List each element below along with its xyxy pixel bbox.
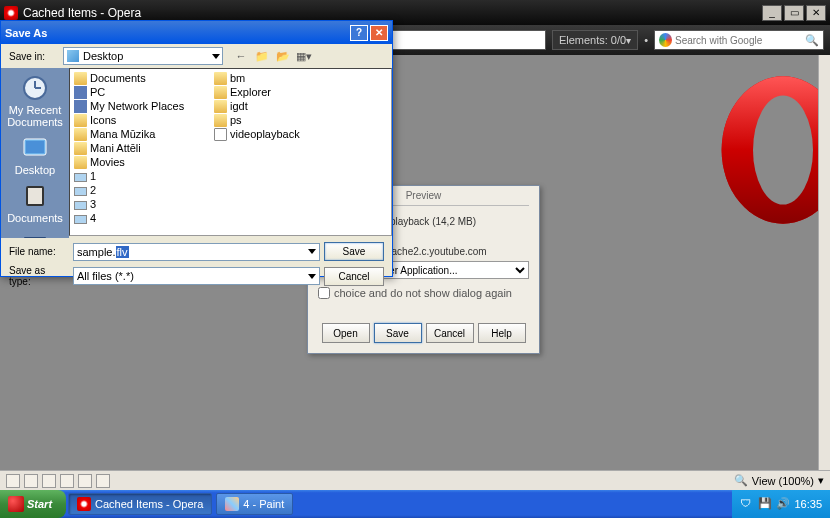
file-item[interactable]: 3 [72, 197, 212, 211]
status-icon[interactable] [24, 474, 38, 488]
status-icon[interactable] [42, 474, 56, 488]
file-item[interactable]: videoplayback [212, 127, 352, 141]
file-item[interactable]: Explorer [212, 85, 352, 99]
file-name: Mana Mūzika [90, 128, 155, 140]
saveastype-combo[interactable]: All files (*.*) [73, 267, 320, 285]
saveas-titlebar[interactable]: Save As ? ✕ [1, 21, 392, 44]
back-icon[interactable]: ← [233, 48, 249, 64]
minimize-button[interactable]: _ [762, 5, 782, 21]
opera-statusbar: 🔍 View (100%) ▾ [0, 470, 830, 490]
file-name: 4 [90, 212, 96, 224]
drive-icon [74, 173, 87, 182]
file-name: Movies [90, 156, 125, 168]
place-recent[interactable]: My Recent Documents [5, 72, 65, 130]
newfolder-icon[interactable]: 📂 [275, 48, 291, 64]
close-button[interactable]: ✕ [370, 25, 388, 41]
file-item[interactable]: Icons [72, 113, 212, 127]
status-icon[interactable] [78, 474, 92, 488]
file-item[interactable]: 2 [72, 183, 212, 197]
savein-combo[interactable]: Desktop [63, 47, 223, 65]
svg-rect-9 [28, 188, 42, 204]
opera-icon [77, 497, 91, 511]
cancel-button[interactable]: Cancel [426, 323, 474, 343]
cancel-button[interactable]: Cancel [324, 267, 384, 286]
file-item[interactable]: Mana Mūzika [72, 127, 212, 141]
save-button[interactable]: Save [374, 323, 422, 343]
opera-icon [4, 6, 18, 20]
file-item[interactable]: 4 [72, 211, 212, 225]
up-icon[interactable]: 📁 [254, 48, 270, 64]
file-name: bm [230, 72, 245, 84]
file-list[interactable]: DocumentsPCMy Network PlacesIconsMana Mū… [69, 68, 392, 236]
close-button[interactable]: ✕ [806, 5, 826, 21]
opera-logo [713, 75, 818, 225]
file-item[interactable]: igdt [212, 99, 352, 113]
filename-input[interactable]: sample.flv [73, 243, 320, 261]
file-name: igdt [230, 100, 248, 112]
clock[interactable]: 16:35 [794, 498, 822, 510]
chevron-down-icon[interactable] [308, 249, 316, 254]
file-item[interactable]: Mani Attēli [72, 141, 212, 155]
place-pc[interactable]: PC [5, 228, 65, 238]
folder-icon [74, 114, 87, 127]
folder-icon [74, 156, 87, 169]
file-item[interactable]: ps [212, 113, 352, 127]
file-item[interactable]: PC [72, 85, 212, 99]
volume-icon[interactable]: 🔊 [776, 497, 790, 511]
file-item[interactable]: My Network Places [72, 99, 212, 113]
tray-icon[interactable]: 🛡 [740, 497, 754, 511]
file-name: PC [90, 86, 105, 98]
saveastype-label: Save as type: [9, 265, 69, 287]
search-input[interactable] [675, 35, 802, 46]
taskbar-item-opera[interactable]: Cached Items - Opera [68, 493, 212, 515]
separator-icon: • [644, 34, 648, 46]
file-name: Mani Attēli [90, 142, 141, 154]
file-name: 3 [90, 198, 96, 210]
maximize-button[interactable]: ▭ [784, 5, 804, 21]
svg-rect-7 [26, 141, 44, 153]
file-name: 1 [90, 170, 96, 182]
status-icon[interactable] [96, 474, 110, 488]
zoom-dropdown-icon[interactable]: ▾ [818, 474, 824, 487]
open-button[interactable]: Open [322, 323, 370, 343]
zoom-icon[interactable]: 🔍 [734, 474, 748, 487]
drive-icon [74, 201, 87, 210]
svg-point-2 [753, 95, 813, 204]
file-item[interactable]: Movies [72, 155, 212, 169]
chevron-down-icon[interactable] [308, 274, 316, 279]
file-item[interactable]: Documents [72, 71, 212, 85]
help-button[interactable]: Help [478, 323, 526, 343]
elements-indicator[interactable]: Elements: 0/0 ▾ [552, 30, 638, 50]
file-item[interactable]: 1 [72, 169, 212, 183]
tray-icon[interactable]: 💾 [758, 497, 772, 511]
folder-icon [74, 128, 87, 141]
start-button[interactable]: Start [0, 490, 66, 518]
vertical-scrollbar[interactable] [818, 55, 830, 470]
file-name: Documents [90, 72, 146, 84]
status-icon[interactable] [6, 474, 20, 488]
network-icon [74, 100, 87, 113]
taskbar-item-paint[interactable]: 4 - Paint [216, 493, 293, 515]
file-item[interactable]: bm [212, 71, 352, 85]
drive-icon [74, 215, 87, 224]
search-box[interactable]: 🔍 [654, 30, 824, 50]
saveas-title: Save As [5, 27, 350, 39]
search-icon[interactable]: 🔍 [805, 34, 819, 47]
place-desktop[interactable]: Desktop [5, 132, 65, 178]
savein-label: Save in: [9, 51, 59, 62]
svg-rect-10 [24, 237, 46, 238]
folder-icon [74, 142, 87, 155]
views-icon[interactable]: ▦▾ [296, 48, 312, 64]
place-documents[interactable]: Documents [5, 180, 65, 226]
file-name: 2 [90, 184, 96, 196]
file-name: My Network Places [90, 100, 184, 112]
view-zoom[interactable]: View (100%) [752, 475, 814, 487]
system-tray[interactable]: 🛡 💾 🔊 16:35 [732, 490, 830, 518]
window-title: Cached Items - Opera [23, 6, 762, 20]
folder-icon [214, 114, 227, 127]
taskbar: Start Cached Items - Opera 4 - Paint 🛡 💾… [0, 490, 830, 518]
status-icon[interactable] [60, 474, 74, 488]
paint-icon [225, 497, 239, 511]
help-button[interactable]: ? [350, 25, 368, 41]
save-button[interactable]: Save [324, 242, 384, 261]
